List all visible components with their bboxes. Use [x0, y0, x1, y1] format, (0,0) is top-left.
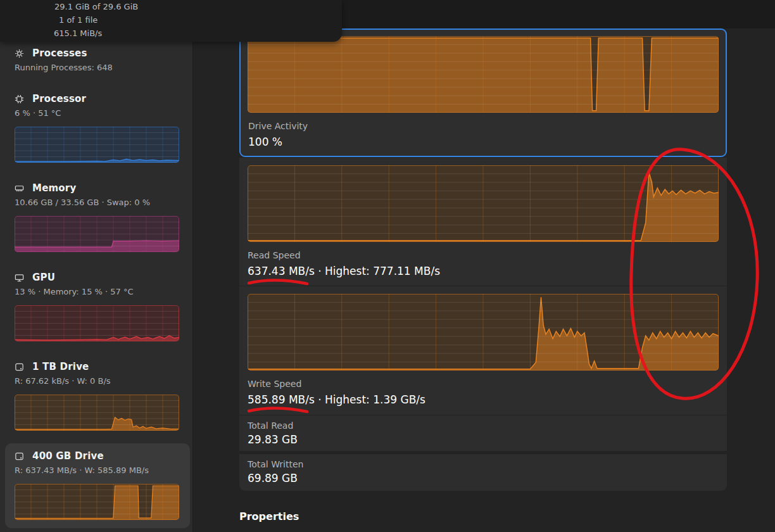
- gpu-graph: [15, 305, 179, 341]
- row-value: 637.43 MB/s · Highest: 777.11 MB/s: [248, 265, 440, 277]
- write-speed-row[interactable]: Write Speed 585.89 MB/s · Highest: 1.39 …: [239, 286, 727, 415]
- row-label: Total Read: [248, 421, 293, 431]
- sidebar-item-subtitle: 6 % · 51 °C: [0, 108, 193, 120]
- sidebar-item-1tb-drive[interactable]: 1 TB Drive R: 67.62 kB/s · W: 0 B/s: [0, 360, 193, 431]
- sidebar-item-processes[interactable]: Processes Running Processes: 648: [0, 47, 193, 74]
- 400gb-drive-graph: [15, 484, 179, 520]
- sidebar-item-subtitle: Running Processes: 648: [0, 63, 193, 74]
- total-written-row: Total Written 69.89 GB: [239, 454, 727, 491]
- read-speed-graph: [248, 165, 719, 242]
- drive-icon: [15, 452, 24, 461]
- sidebar-item-400gb-drive[interactable]: 400 GB Drive R: 637.43 MB/s · W: 585.89 …: [5, 443, 190, 528]
- sidebar-item-subtitle: 10.66 GB / 33.56 GB · Swap: 0 %: [0, 198, 193, 209]
- file-copy-progress-overlay: 29.1 GiB of 29.6 GiB 1 of 1 file 615.1 M…: [0, 0, 342, 42]
- sidebar-item-title: 1 TB Drive: [32, 361, 89, 372]
- sidebar-item-title: Memory: [32, 182, 76, 194]
- read-speed-row[interactable]: Read Speed 637.43 MB/s · Highest: 777.11…: [239, 158, 727, 286]
- 1tb-drive-graph: [15, 395, 179, 431]
- sidebar-item-gpu[interactable]: GPU 13 % · Memory: 15 % · 57 °C: [0, 271, 193, 341]
- total-read-row: Total Read 29.83 GB: [239, 415, 727, 451]
- sidebar-item-subtitle: R: 637.43 MB/s · W: 585.89 MB/s: [15, 466, 180, 477]
- sidebar-item-title: Processor: [32, 93, 86, 104]
- row-label: Total Written: [248, 459, 303, 469]
- drive-activity-graph: [248, 36, 719, 113]
- sidebar-item-subtitle: 13 % · Memory: 15 % · 57 °C: [0, 287, 193, 298]
- row-label: Read Speed: [248, 250, 301, 260]
- progress-size-text: 29.1 GiB of 29.6 GiB: [54, 2, 138, 12]
- row-value: 585.89 MB/s · Highest: 1.39 GB/s: [248, 393, 425, 406]
- memory-graph: [15, 216, 179, 252]
- system-monitor-window: Processes Running Processes: 648 Process…: [0, 0, 775, 532]
- sidebar-item-title: Processes: [32, 48, 87, 59]
- row-value: 69.89 GB: [248, 472, 298, 484]
- row-label: Write Speed: [248, 379, 301, 389]
- memory-icon: [15, 184, 24, 193]
- sidebar-item-processor[interactable]: Processor 6 % · 51 °C: [0, 92, 193, 163]
- write-speed-graph: [248, 294, 719, 370]
- sidebar-item-title: GPU: [32, 272, 55, 283]
- row-value: 29.83 GB: [248, 433, 298, 446]
- sidebar-item-memory[interactable]: Memory 10.66 GB / 33.56 GB · Swap: 0 %: [0, 182, 193, 252]
- processes-icon: [15, 49, 24, 58]
- cpu-graph: [15, 127, 179, 163]
- row-label: Drive Activity: [248, 121, 308, 131]
- progress-speed-text: 615.1 MiB/s: [54, 28, 102, 39]
- drive-icon: [15, 362, 24, 372]
- processor-icon: [15, 94, 24, 104]
- sidebar: Processes Running Processes: 648 Process…: [0, 0, 193, 532]
- sidebar-item-subtitle: R: 67.62 kB/s · W: 0 B/s: [0, 376, 193, 388]
- properties-heading: Properties: [239, 510, 299, 522]
- sidebar-item-title: 400 GB Drive: [32, 450, 104, 462]
- gpu-icon: [15, 273, 24, 282]
- progress-files-text: 1 of 1 file: [59, 15, 98, 25]
- drive-activity-row[interactable]: Drive Activity 100 %: [239, 28, 727, 157]
- row-value: 100 %: [248, 136, 282, 148]
